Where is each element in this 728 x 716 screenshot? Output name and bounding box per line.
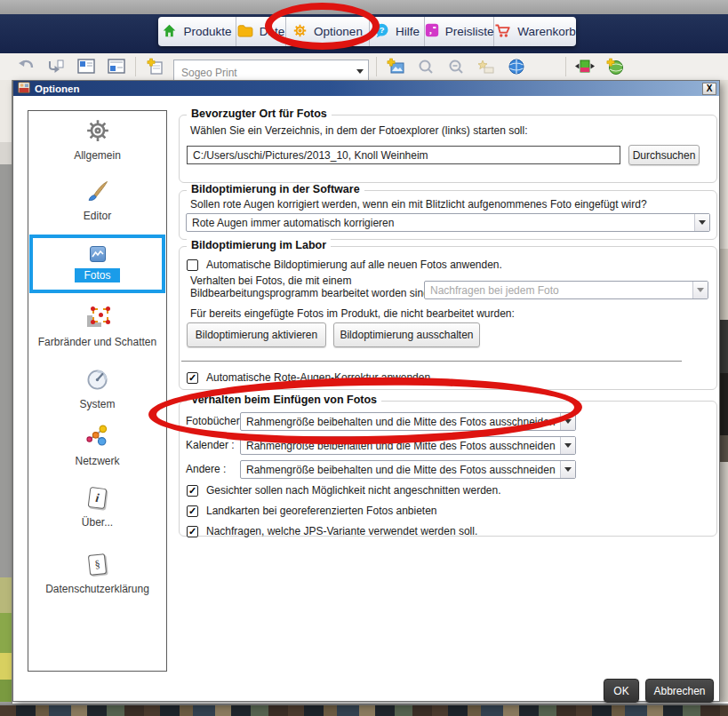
layout-double-icon[interactable] [105, 56, 128, 77]
redeye-correction-checkbox[interactable]: ✓ [187, 372, 198, 384]
sidebar-item-netzwerk[interactable]: Netzwerk [30, 422, 164, 467]
sidebar-item-farbraender[interactable]: Farbränder und Schatten [30, 303, 164, 348]
browse-button[interactable]: Durchsuchen [628, 145, 700, 165]
jps-checkbox[interactable]: ✓ [187, 526, 198, 537]
clipart-icon[interactable] [573, 56, 596, 77]
sidebar-item-fotos[interactable]: Fotos [29, 235, 165, 293]
product-format-value: Sogeo Print [174, 63, 352, 79]
kalender-label: Kalender : [186, 439, 235, 451]
options-dialog-icon [18, 81, 30, 97]
activate-optimization-button[interactable]: Bildoptimierung aktivieren [187, 322, 326, 347]
edited-photos-label-line2: Bildbearbeitungsprogramm bearbeitet word… [190, 287, 432, 299]
app-right-sliver [720, 80, 728, 702]
maps-checkbox[interactable]: ✓ [187, 505, 198, 517]
deactivate-optimization-button[interactable]: Bildoptimierung ausschalten [333, 322, 480, 347]
pricelist-icon: , [425, 23, 439, 40]
sidebar-label: Editor [84, 210, 111, 222]
maps-checkbox-row[interactable]: ✓ Landkarten bei georeferenzierten Fotos… [187, 505, 437, 517]
layout-single-icon[interactable] [75, 56, 98, 77]
redeye-dropdown-value: Rote Augen immer automatisch korrigieren [187, 217, 694, 229]
sidebar-item-system[interactable]: System [30, 365, 164, 410]
redeye-dropdown[interactable]: Rote Augen immer automatisch korrigieren [186, 213, 710, 232]
dialog-titlebar[interactable]: Optionen X [13, 81, 719, 96]
chevron-down-icon[interactable] [692, 282, 708, 298]
browser-globe-icon[interactable] [505, 56, 528, 77]
edited-photos-label-line1: Verhalten bei Fotos, die mit einem [190, 274, 351, 287]
undo-icon[interactable] [14, 56, 37, 77]
toolbar-separator [565, 57, 566, 76]
help-bubble-icon: ? [374, 23, 389, 41]
sidebar-label: Allgemein [74, 149, 121, 162]
combo-arrow-icon[interactable] [352, 60, 368, 82]
info-page-icon: i [89, 483, 106, 512]
desktop-top-strip [0, 0, 728, 14]
group-title: Bildoptimierung in der Software [187, 183, 364, 195]
redeye-correction-label: Automatische Rote-Augen-Korrektur anwend… [206, 371, 433, 384]
gauge-icon [85, 365, 109, 394]
warenkorb-button[interactable]: Warenkorb [494, 17, 576, 46]
gear-icon [292, 23, 308, 41]
photo-path-input[interactable] [187, 146, 620, 164]
redeye-correction-checkbox-row[interactable]: ✓ Automatische Rote-Augen-Korrektur anwe… [187, 371, 433, 384]
optionen-button[interactable]: Optionen [286, 17, 370, 46]
faces-checkbox[interactable]: ✓ [187, 485, 198, 497]
sidebar-item-datenschutz[interactable]: § Datenschutzerklärung [30, 550, 164, 595]
sidebar-item-allgemein[interactable]: Allgemein [30, 116, 164, 162]
zoom-out-icon[interactable] [414, 56, 437, 77]
add-photo-icon[interactable] [384, 56, 407, 77]
dialog-title: Optionen [35, 84, 702, 94]
datei-button[interactable]: Date [236, 17, 286, 46]
edited-photos-dropdown[interactable]: Nachfragen bei jedem Foto [424, 281, 708, 299]
hilfe-label: Hilfe [396, 25, 420, 38]
ok-button[interactable]: OK [604, 679, 639, 703]
chevron-down-icon[interactable] [560, 413, 575, 430]
chevron-down-icon[interactable] [560, 437, 575, 454]
group-photo-location: Bevorzugter Ort für Fotos Wählen Sie ein… [179, 115, 717, 183]
andere-label: Andere : [186, 463, 226, 475]
group-title: Bevorzugter Ort für Fotos [187, 107, 332, 120]
group-lab-optimization: Bildoptimierung im Labor Automatische Bi… [179, 246, 717, 390]
fotobuecher-dropdown[interactable]: Rahmengröße beibehalten und die Mitte de… [240, 412, 576, 431]
add-page-icon[interactable] [143, 56, 166, 77]
auto-optimization-checkbox[interactable] [187, 259, 198, 271]
jps-label: Nachfragen, welche JPS-Variante verwende… [206, 525, 477, 537]
optionen-label: Optionen [314, 25, 363, 38]
sidebar-label: Fotos [75, 268, 119, 282]
paragraph-page-icon: § [89, 550, 106, 578]
group-title: Bildoptimierung im Labor [187, 239, 331, 251]
kalender-dropdown-value: Rahmengröße beibehalten und die Mitte de… [241, 440, 560, 452]
chevron-down-icon[interactable] [560, 461, 575, 478]
sidebar-label: System [79, 398, 115, 410]
zoom-in-icon[interactable] [444, 56, 468, 77]
cancel-button[interactable]: Abbrechen [645, 679, 714, 703]
produkte-button[interactable]: Produkte [158, 17, 236, 46]
produkte-label: Produkte [183, 25, 231, 38]
sidebar-item-ueber[interactable]: i Über... [30, 483, 164, 529]
photo-icon [90, 246, 106, 262]
andere-dropdown[interactable]: Rahmengröße beibehalten und die Mitte de… [240, 460, 576, 479]
edited-photos-dropdown-value: Nachfragen bei jedem Foto [425, 284, 692, 297]
sidebar-item-editor[interactable]: Editor [30, 177, 164, 222]
fotobuecher-label: Fotobücher : [186, 415, 245, 427]
preisliste-button[interactable]: , Preisliste [425, 17, 494, 46]
toolbar-separator [376, 57, 377, 76]
group-insert-behavior: Verhalten beim Einfügen von Fotos Fotobü… [179, 401, 717, 537]
group-software-optimization: Bildoptimierung in der Software Sollen r… [179, 190, 717, 240]
hilfe-button[interactable]: ? Hilfe [370, 17, 425, 46]
favorites-icon[interactable] [475, 56, 498, 77]
chevron-down-icon[interactable] [694, 214, 709, 231]
toolbar-separator [135, 57, 136, 76]
jps-checkbox-row[interactable]: ✓ Nachfragen, welche JPS-Variante verwen… [187, 525, 477, 537]
auto-optimization-checkbox-row[interactable]: Automatische Bildoptimierung auf alle ne… [187, 259, 502, 271]
web-upload-icon[interactable] [604, 56, 627, 77]
auto-optimization-label: Automatische Bildoptimierung auf alle ne… [206, 259, 502, 271]
faces-checkbox-row[interactable]: ✓ Gesichter sollen nach Möglichkeit nich… [187, 484, 501, 497]
close-icon[interactable]: X [702, 83, 716, 95]
photo-location-description: Wählen Sie ein Verzeichnis, in dem der F… [190, 124, 528, 137]
options-sidebar: Allgemein Editor Fotos Farbränder und Sc… [28, 110, 167, 672]
sidebar-label: Über... [82, 516, 113, 529]
brush-icon [85, 177, 110, 205]
datei-label: Date [260, 25, 285, 38]
paste-page-icon[interactable] [44, 56, 68, 77]
kalender-dropdown[interactable]: Rahmengröße beibehalten und die Mitte de… [240, 436, 576, 455]
